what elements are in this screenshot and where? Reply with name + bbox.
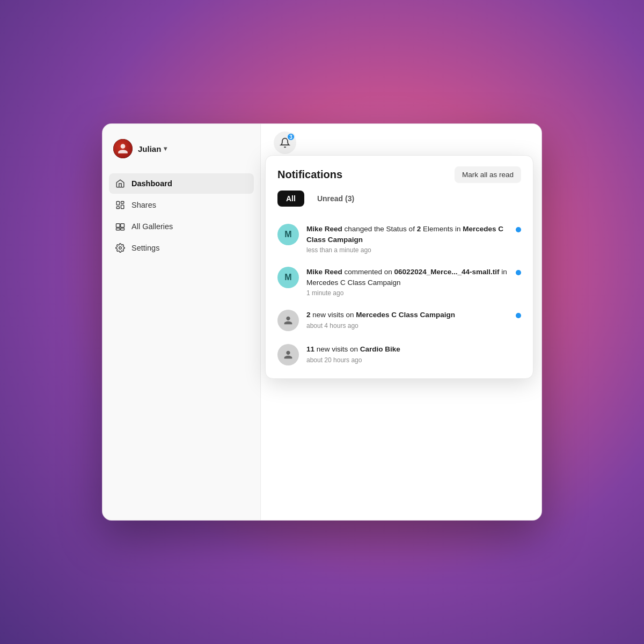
app-inner: Julian ▾ Dashboard	[103, 124, 541, 520]
sidebar-item-dashboard[interactable]: Dashboard	[109, 173, 254, 194]
svg-rect-1	[121, 201, 124, 203]
sidebar-item-shares[interactable]: Shares	[109, 195, 254, 215]
sidebar: Julian ▾ Dashboard	[103, 124, 261, 520]
bell-badge: 3	[287, 133, 295, 141]
notif-content: 2 new visits on Mercedes C Class Campaig…	[306, 310, 508, 330]
home-icon	[115, 179, 125, 188]
share-icon	[115, 200, 125, 210]
unread-dot	[516, 270, 521, 275]
svg-rect-3	[116, 207, 119, 209]
notifications-tabs: All Unread (3)	[266, 191, 533, 214]
person-icon	[282, 349, 294, 361]
sidebar-nav: Dashboard Shares	[103, 169, 260, 262]
notification-bell-button[interactable]: 3	[274, 131, 296, 154]
notif-text: 11 new visits on Cardio Bike	[306, 344, 521, 355]
notifications-list: M Mike Reed changed the Status of 2 Elem…	[266, 214, 533, 378]
notif-text: Mike Reed changed the Status of 2 Elemen…	[306, 224, 508, 245]
notif-avatar	[277, 344, 299, 365]
svg-rect-0	[116, 201, 119, 205]
notif-time: about 4 hours ago	[306, 322, 508, 330]
notif-avatar: M	[277, 224, 299, 245]
tab-all[interactable]: All	[277, 191, 304, 207]
notif-content: Mike Reed commented on 06022024_Merce...…	[306, 267, 508, 297]
svg-rect-4	[116, 224, 120, 228]
notif-avatar	[277, 310, 299, 331]
notifications-title: Notifications	[277, 169, 342, 181]
gallery-icon	[115, 222, 125, 231]
svg-rect-5	[121, 224, 125, 228]
all-galleries-label: All Galleries	[131, 222, 173, 231]
notif-text: Mike Reed commented on 06022024_Merce...…	[306, 267, 508, 288]
svg-rect-2	[121, 205, 124, 209]
list-item[interactable]: 2 new visits on Mercedes C Class Campaig…	[266, 303, 533, 338]
user-name-label[interactable]: Julian ▾	[138, 144, 167, 153]
user-avatar-icon	[117, 143, 129, 155]
settings-icon	[115, 243, 125, 253]
svg-rect-6	[116, 228, 120, 230]
shares-label: Shares	[131, 201, 156, 209]
person-icon	[282, 314, 294, 326]
settings-label: Settings	[131, 244, 159, 252]
sidebar-header: Julian ▾	[103, 124, 260, 169]
notif-content: Mike Reed changed the Status of 2 Elemen…	[306, 224, 508, 254]
notif-avatar: M	[277, 267, 299, 288]
notifications-header: Notifications Mark all as read	[266, 156, 533, 191]
sidebar-item-settings[interactable]: Settings	[109, 238, 254, 258]
svg-rect-7	[121, 228, 125, 230]
app-window: Julian ▾ Dashboard	[102, 123, 542, 521]
notif-time: 1 minute ago	[306, 289, 508, 297]
notif-time: less than a minute ago	[306, 246, 508, 254]
main-area: 3 Notifications Mark all as read All Unr…	[261, 124, 541, 520]
list-item[interactable]: M Mike Reed commented on 06022024_Merce.…	[266, 260, 533, 303]
notif-content: 11 new visits on Cardio Bike about 20 ho…	[306, 344, 521, 364]
svg-point-8	[119, 247, 122, 250]
list-item[interactable]: M Mike Reed changed the Status of 2 Elem…	[266, 217, 533, 260]
mark-all-as-read-button[interactable]: Mark all as read	[455, 166, 521, 183]
unread-dot	[516, 227, 521, 232]
notif-text: 2 new visits on Mercedes C Class Campaig…	[306, 310, 508, 320]
list-item[interactable]: 11 new visits on Cardio Bike about 20 ho…	[266, 338, 533, 372]
avatar-inner	[113, 139, 133, 158]
sidebar-item-all-galleries[interactable]: All Galleries	[109, 216, 254, 237]
chevron-down-icon: ▾	[164, 145, 167, 152]
notif-time: about 20 hours ago	[306, 356, 521, 364]
dashboard-label: Dashboard	[131, 179, 172, 188]
avatar	[113, 139, 133, 158]
unread-dot	[516, 313, 521, 318]
username-text: Julian	[138, 144, 161, 153]
notifications-panel: Notifications Mark all as read All Unrea…	[265, 155, 533, 379]
tab-unread[interactable]: Unread (3)	[309, 191, 363, 207]
